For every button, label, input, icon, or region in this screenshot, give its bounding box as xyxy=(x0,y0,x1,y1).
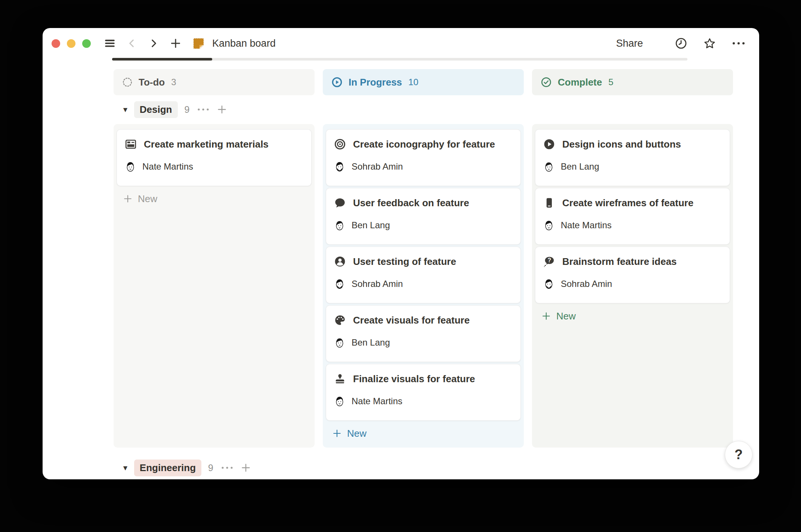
plus-icon xyxy=(332,428,342,439)
kanban-column-complete: Complete5Design icons and buttonsBen Lan… xyxy=(532,69,733,448)
card-title: Create marketing materials xyxy=(144,139,269,150)
plus-icon xyxy=(123,194,133,204)
stamp-icon xyxy=(334,372,346,385)
title-bar: Kanban board Share xyxy=(43,28,759,59)
group-more-options-icon[interactable] xyxy=(221,466,234,470)
assignee-name: Nate Martins xyxy=(561,220,612,231)
help-button[interactable]: ? xyxy=(725,441,752,468)
column-body-todo: Create marketing materialsNate MartinsNe… xyxy=(114,124,315,448)
thought-question-icon: ? xyxy=(543,255,556,268)
avatar xyxy=(543,219,555,231)
card-title: Create wireframes of feature xyxy=(562,197,693,209)
assignee-name: Sohrab Amin xyxy=(352,161,403,172)
card-title: Create visuals for feature xyxy=(353,315,470,326)
zoom-button[interactable] xyxy=(82,39,91,48)
newspaper-icon xyxy=(124,138,137,151)
new-card-label: New xyxy=(138,193,157,205)
page-emoji-icon xyxy=(192,37,205,50)
card[interactable]: Finalize visuals for featureNate Martins xyxy=(326,364,521,421)
assignee-name: Ben Lang xyxy=(561,161,599,172)
new-card-label: New xyxy=(556,310,576,322)
collapse-toggle-icon[interactable]: ▼ xyxy=(122,464,129,471)
column-body-in-progress: Create iconography for featureSohrab Ami… xyxy=(323,124,524,448)
avatar xyxy=(334,337,346,349)
card[interactable]: User feedback on featureBen Lang xyxy=(326,188,521,245)
minimize-button[interactable] xyxy=(67,39,75,48)
column-body-complete: Design icons and buttonsBen LangCreate w… xyxy=(532,124,733,448)
assignee-name: Sohrab Amin xyxy=(352,279,403,289)
column-header-complete[interactable]: Complete5 xyxy=(532,69,733,95)
column-count: 3 xyxy=(171,77,176,87)
card[interactable]: Create wireframes of featureNate Martins xyxy=(535,188,730,245)
favorite-star-icon[interactable] xyxy=(703,37,717,50)
card-title: Create iconography for feature xyxy=(353,139,495,150)
new-page-icon[interactable] xyxy=(169,37,182,50)
new-card-button[interactable]: New xyxy=(326,426,521,441)
card[interactable]: Create iconography for featureSohrab Ami… xyxy=(326,129,521,186)
avatar xyxy=(334,219,346,231)
avatar xyxy=(334,161,346,173)
traffic-lights xyxy=(52,39,91,48)
play-circle-icon xyxy=(543,138,556,151)
palette-icon xyxy=(334,314,346,327)
speech-bubble-icon xyxy=(334,197,346,209)
assignee-name: Nate Martins xyxy=(352,396,402,406)
back-icon[interactable] xyxy=(126,37,138,49)
column-count: 10 xyxy=(408,77,418,87)
svg-text:?: ? xyxy=(548,257,551,263)
card[interactable]: Design icons and buttonsBen Lang xyxy=(535,129,730,186)
column-label: Complete xyxy=(558,77,602,88)
dashed-circle-icon xyxy=(122,77,133,88)
column-count: 5 xyxy=(608,77,613,87)
avatar xyxy=(543,161,555,173)
desktop-background: Kanban board Share ▼ Design xyxy=(0,0,801,532)
card[interactable]: ?Brainstorm feature ideasSohrab Amin xyxy=(535,247,730,303)
assignee-name: Sohrab Amin xyxy=(561,279,612,289)
horizontal-scrollbar-track[interactable] xyxy=(112,58,687,61)
card[interactable]: User testing of featureSohrab Amin xyxy=(326,247,521,303)
phone-icon xyxy=(543,197,556,209)
horizontal-scrollbar-thumb[interactable] xyxy=(112,58,212,61)
kanban-column-todo: To-do3Create marketing materialsNate Mar… xyxy=(114,69,315,448)
play-outline-icon xyxy=(331,76,343,88)
check-circle-icon xyxy=(540,76,552,88)
new-card-button[interactable]: New xyxy=(535,309,730,324)
card[interactable]: Create marketing materialsNate Martins xyxy=(117,129,312,186)
column-header-todo[interactable]: To-do3 xyxy=(114,69,315,95)
avatar xyxy=(543,278,555,290)
column-label: In Progress xyxy=(349,77,402,88)
group-pill-engineering[interactable]: Engineering xyxy=(134,460,201,476)
assignee-name: Ben Lang xyxy=(352,220,390,231)
column-header-in-progress[interactable]: In Progress10 xyxy=(323,69,524,95)
clock-history-icon[interactable] xyxy=(674,37,688,50)
more-options-icon[interactable] xyxy=(732,41,746,46)
new-card-label: New xyxy=(347,428,367,439)
card-title: User feedback on feature xyxy=(353,197,469,209)
kanban-column-in-progress: In Progress10Create iconography for feat… xyxy=(323,69,524,448)
group-row-engineering: ▼ Engineering 9 xyxy=(114,458,251,477)
card-title: Design icons and buttons xyxy=(562,139,681,150)
card-title: User testing of feature xyxy=(353,256,456,267)
assignee-name: Nate Martins xyxy=(142,161,193,172)
close-button[interactable] xyxy=(52,39,60,48)
plus-icon xyxy=(541,311,551,321)
avatar xyxy=(334,278,346,290)
card-title: Brainstorm feature ideas xyxy=(562,256,677,267)
avatar xyxy=(124,161,136,173)
assignee-name: Ben Lang xyxy=(352,337,390,348)
column-label: To-do xyxy=(139,77,165,88)
card[interactable]: Create visuals for featureBen Lang xyxy=(326,305,521,362)
new-card-button[interactable]: New xyxy=(117,191,312,206)
avatar xyxy=(334,395,346,407)
card-title: Finalize visuals for feature xyxy=(353,373,475,385)
forward-icon[interactable] xyxy=(148,37,160,49)
share-button[interactable]: Share xyxy=(616,38,643,49)
user-circle-icon xyxy=(334,255,346,268)
group-count: 9 xyxy=(208,463,213,473)
app-window: Kanban board Share ▼ Design xyxy=(43,28,759,479)
bullseye-icon xyxy=(334,138,346,151)
page-title[interactable]: Kanban board xyxy=(212,38,276,49)
group-add-icon[interactable] xyxy=(240,462,251,473)
sidebar-menu-icon[interactable] xyxy=(103,37,116,50)
